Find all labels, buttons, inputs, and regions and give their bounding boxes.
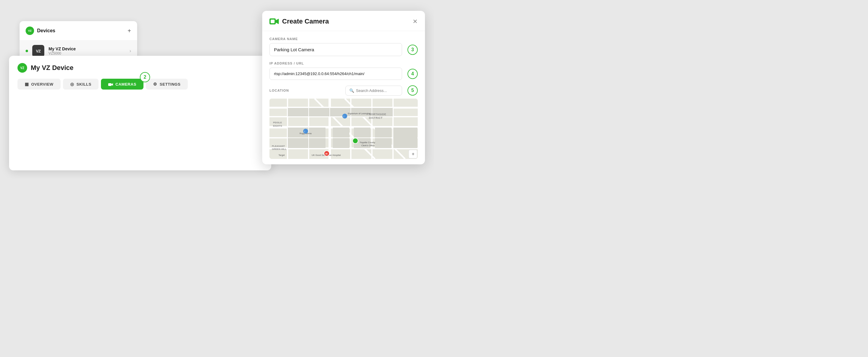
device-icon-text: VZ: [36, 49, 41, 53]
svg-text:H: H: [326, 152, 328, 155]
camera-name-label: CAMERA NAME: [270, 37, 418, 41]
search-icon: 🔍: [349, 88, 354, 93]
tab-settings[interactable]: ⚙ SETTINGS: [146, 79, 188, 90]
location-header: LOCATION 🔍 5: [270, 85, 418, 96]
svg-text:DISTRICT: DISTRICT: [369, 116, 383, 119]
modal-header-left: Create Camera: [270, 18, 329, 25]
device-detail-title: My VZ Device: [31, 64, 73, 72]
device-detail-logo-icon: VZ: [18, 63, 27, 73]
tab-overview-label: OVERVIEW: [31, 82, 54, 87]
step-badge-4: 4: [407, 69, 418, 79]
modal-close-button[interactable]: ✕: [412, 19, 418, 24]
svg-text:GREEN HILL: GREEN HILL: [272, 148, 287, 150]
location-search-box[interactable]: 🔍: [345, 86, 402, 96]
svg-rect-0: [108, 83, 112, 86]
device-status-dot: [26, 50, 28, 52]
svg-text:Explorium of Lexington: Explorium of Lexington: [348, 112, 371, 115]
device-detail-panel: VZ My VZ Device ▦ OVERVIEW ◎ SKILLS CAME…: [9, 56, 271, 170]
svg-rect-34: [393, 127, 417, 148]
svg-marker-1: [112, 83, 113, 86]
svg-rect-23: [330, 108, 350, 116]
svg-text:Clerk's Office: Clerk's Office: [361, 144, 375, 147]
device-chevron-icon: ›: [130, 48, 131, 54]
cameras-icon: [108, 82, 113, 87]
svg-rect-31: [333, 138, 349, 148]
svg-text:EIGHTS: EIGHTS: [273, 124, 282, 127]
svg-point-51: [352, 138, 358, 144]
devices-logo-icon: VZ: [26, 27, 34, 35]
location-label: LOCATION: [270, 89, 289, 92]
svg-marker-3: [276, 19, 279, 24]
devices-header: VZ Devices +: [20, 21, 137, 41]
modal-body: CAMERA NAME 3 IP ADDRESS / URL 4 LOCATIO…: [262, 31, 425, 159]
svg-text:i: i: [304, 130, 305, 133]
overview-icon: ▦: [25, 82, 29, 87]
modal-title: Create Camera: [282, 18, 329, 25]
skills-icon: ◎: [70, 82, 74, 87]
svg-text:NORTHSIDE: NORTHSIDE: [369, 113, 386, 116]
svg-text:+: +: [412, 151, 414, 156]
ip-address-row: 4: [270, 67, 418, 80]
devices-title: Devices: [37, 28, 56, 33]
device-model: VZ5000: [49, 51, 125, 56]
svg-rect-4: [271, 20, 275, 23]
svg-text:PLEASANT: PLEASANT: [272, 145, 285, 147]
svg-rect-33: [375, 138, 392, 148]
svg-rect-22: [309, 108, 330, 116]
svg-point-47: [342, 114, 347, 119]
svg-text:i: i: [344, 115, 344, 118]
device-info: My VZ Device VZ5000: [49, 47, 125, 56]
svg-text:PEIGLE: PEIGLE: [273, 121, 282, 124]
map-container: NORTHSIDE DISTRICT PEIGLE EIGHTS PLEASAN…: [270, 98, 418, 159]
devices-header-left: VZ Devices: [26, 27, 56, 35]
create-camera-modal: Create Camera ✕ CAMERA NAME 3 IP ADDRESS…: [262, 11, 425, 164]
svg-rect-19: [288, 108, 308, 116]
ip-address-input[interactable]: [270, 67, 402, 80]
device-name: My VZ Device: [49, 47, 125, 51]
modal-header: Create Camera ✕: [262, 11, 425, 31]
camera-name-section: CAMERA NAME 3: [270, 37, 418, 56]
tab-settings-label: SETTINGS: [160, 82, 181, 87]
search-address-input[interactable]: [356, 88, 398, 93]
camera-modal-icon: [270, 18, 279, 25]
location-section: LOCATION 🔍 5: [270, 85, 418, 159]
svg-point-49: [303, 129, 308, 133]
tab-skills-label: SKILLS: [76, 82, 91, 87]
step-badge-3: 3: [407, 44, 418, 55]
tab-skills[interactable]: ◎ SKILLS: [63, 79, 98, 90]
map-svg: NORTHSIDE DISTRICT PEIGLE EIGHTS PLEASAN…: [270, 98, 418, 159]
ip-address-label: IP ADDRESS / URL: [270, 61, 418, 65]
svg-rect-28: [354, 127, 370, 138]
camera-name-input[interactable]: [270, 43, 402, 56]
svg-rect-29: [375, 127, 392, 138]
svg-text:Fayette County: Fayette County: [360, 141, 375, 144]
devices-add-button[interactable]: +: [127, 28, 131, 34]
svg-rect-30: [309, 138, 326, 148]
location-search-row: 🔍 5: [345, 85, 418, 96]
svg-rect-21: [288, 138, 308, 148]
device-icon: VZ: [32, 45, 44, 57]
tab-cameras[interactable]: CAMERAS 2: [101, 79, 144, 90]
devices-panel: VZ Devices + VZ My VZ Device VZ5000 ›: [20, 21, 137, 61]
svg-text:Target: Target: [278, 154, 285, 156]
tab-cameras-label: CAMERAS: [116, 82, 136, 87]
tab-overview[interactable]: ▦ OVERVIEW: [18, 79, 61, 90]
step-badge-5: 5: [407, 85, 418, 96]
nav-tabs: ▦ OVERVIEW ◎ SKILLS CAMERAS 2 ⚙ SETTINGS: [9, 79, 271, 94]
camera-name-row: 3: [270, 43, 418, 56]
ip-address-section: IP ADDRESS / URL 4: [270, 61, 418, 80]
settings-icon: ⚙: [153, 82, 157, 87]
svg-rect-27: [333, 127, 349, 138]
